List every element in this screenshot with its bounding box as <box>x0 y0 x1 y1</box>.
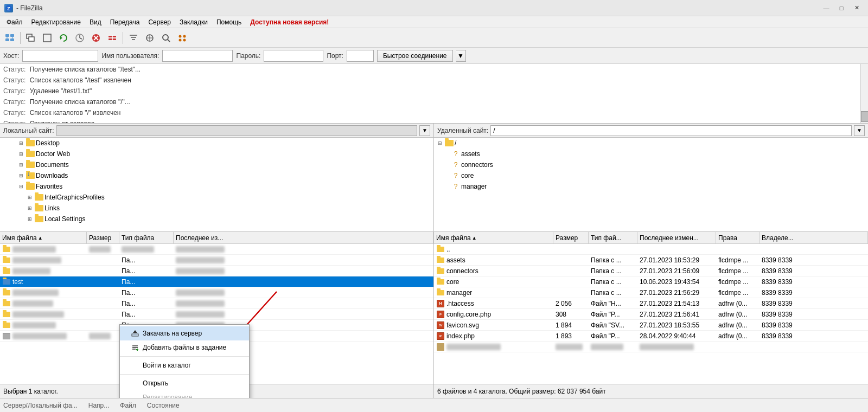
search-btn[interactable] <box>158 30 174 46</box>
user-input[interactable] <box>162 50 233 62</box>
connect-button[interactable]: Быстрое соединение <box>377 50 453 62</box>
remote-file-row-htaccess[interactable]: H .htaccess 2 056 Файл "H... 27.01.2023 … <box>434 298 868 309</box>
local-file-row-5[interactable]: Па... <box>0 287 433 298</box>
maximize-button[interactable]: □ <box>834 3 848 14</box>
remote-file-row-assets[interactable]: assets Папка с ... 27.01.2023 18:53:29 f… <box>434 255 868 266</box>
disconnect-btn[interactable] <box>105 30 120 46</box>
ctx-addqueue[interactable]: Добавить файлы в задание <box>120 340 249 355</box>
tree-item-core[interactable]: ? core <box>434 170 868 181</box>
tree-item-favorites[interactable]: ⊟ Favorites <box>0 181 433 192</box>
tree-item-documents[interactable]: ⊞ Documents <box>0 159 433 170</box>
close-button[interactable]: ✕ <box>850 3 864 14</box>
cancel-btn[interactable] <box>88 30 104 46</box>
remote-file-row-blurred[interactable] <box>434 342 868 352</box>
view-btn[interactable] <box>175 30 190 46</box>
remote-file-parent: .. <box>446 246 450 253</box>
local-path-input[interactable] <box>56 125 418 136</box>
sync-btn[interactable] <box>142 30 157 46</box>
local-file-row-6[interactable]: Па... <box>0 298 433 309</box>
menu-server[interactable]: Сервер <box>144 16 175 28</box>
expand-root[interactable]: ⊟ <box>436 139 444 147</box>
remote-file-htaccess: .htaccess <box>446 300 474 307</box>
remote-col-name[interactable]: Имя файла ▲ <box>434 232 553 244</box>
ctx-opendir[interactable]: Войти в каталог <box>120 358 249 372</box>
site-manager-btn[interactable] <box>2 30 17 46</box>
menu-file[interactable]: Файл <box>2 16 27 28</box>
menu-transfer[interactable]: Передача <box>106 16 144 28</box>
tree-item-intgraphics[interactable]: ⊞ IntelGraphicsProfiles <box>0 192 433 203</box>
connect-dropdown[interactable]: ▼ <box>456 50 466 62</box>
tree-item-desktop[interactable]: ⊞ Desktop <box>0 138 433 149</box>
local-col-type[interactable]: Тип файла <box>119 232 174 244</box>
tree-item-root[interactable]: ⊟ / <box>434 138 868 149</box>
remote-file-row-manager[interactable]: manager Папка с ... 27.01.2023 21:56:29 … <box>434 287 868 298</box>
ctx-open[interactable]: Открыть <box>120 376 249 390</box>
local-col-size[interactable]: Размер <box>87 232 119 244</box>
local-tree-scroll[interactable]: ⊞ Desktop ⊞ Doctor Web ⊞ <box>0 138 433 231</box>
remote-col-size[interactable]: Размер <box>553 232 589 244</box>
file-name-blurred-3 <box>12 268 50 274</box>
remote-file-row-index[interactable]: P index.php 1 893 Файл "P... 28.04.2022 … <box>434 331 868 342</box>
local-path-dropdown[interactable]: ▼ <box>419 125 430 136</box>
title-text: - FileZilla <box>16 4 43 12</box>
menu-update[interactable]: Доступна новая версия! <box>246 16 333 28</box>
local-file-row-7[interactable]: Па... <box>0 309 433 320</box>
expand-favorites[interactable]: ⊟ <box>17 183 25 190</box>
process-queue-btn[interactable] <box>72 30 87 46</box>
remote-col-type[interactable]: Тип фай... <box>589 232 637 244</box>
port-input[interactable] <box>347 50 374 62</box>
remote-path-input[interactable] <box>490 125 852 136</box>
remote-col-perms[interactable]: Права <box>716 232 760 244</box>
remote-tree-scroll[interactable]: ⊟ / ? assets ? <box>434 138 868 231</box>
remote-col-date[interactable]: Последнее измен... <box>637 232 716 244</box>
nav-btn-1[interactable] <box>23 30 39 46</box>
title-bar-left: Z - FileZilla <box>4 4 43 12</box>
host-input[interactable] <box>22 50 98 62</box>
folder-manager-icon: ? <box>451 182 460 191</box>
expand-downloads[interactable]: ⊞ <box>17 172 25 179</box>
svg-point-27 <box>163 35 168 40</box>
expand-desktop[interactable]: ⊞ <box>17 139 25 147</box>
ctx-upload[interactable]: Закачать на сервер <box>120 326 249 340</box>
remote-col-owner[interactable]: Владеле... <box>760 232 868 244</box>
remote-path-dropdown[interactable]: ▼ <box>854 125 865 136</box>
expand-doctorweb[interactable]: ⊞ <box>17 150 25 158</box>
svg-rect-4 <box>5 38 9 41</box>
local-col-date[interactable]: Последнее из... <box>174 232 433 244</box>
local-file-row-2[interactable]: Па... <box>0 255 433 266</box>
remote-file-row-config[interactable]: P config.core.php 308 Файл "P... 27.01.2… <box>434 309 868 320</box>
pass-input[interactable] <box>264 50 323 62</box>
remote-files-scroll[interactable]: .. assets П <box>434 244 868 384</box>
expand-localsettings[interactable]: ⊞ <box>26 215 34 223</box>
file-date-blurred-6 <box>176 300 225 307</box>
tree-item-doctorweb[interactable]: ⊞ Doctor Web <box>0 149 433 159</box>
remote-file-row-core[interactable]: core Папка с ... 10.06.2023 19:43:54 flc… <box>434 276 868 287</box>
local-file-row-3[interactable]: Па... <box>0 266 433 276</box>
tree-item-assets[interactable]: ? assets <box>434 149 868 159</box>
remote-file-row-connectors[interactable]: connectors Папка с ... 27.01.2023 21:56:… <box>434 266 868 276</box>
expand-intgraphics[interactable]: ⊞ <box>26 194 34 201</box>
menu-help[interactable]: Помощь <box>212 16 246 28</box>
tree-item-connectors[interactable]: ? connectors <box>434 159 868 170</box>
local-file-row-1[interactable] <box>0 244 433 255</box>
expand-documents[interactable]: ⊞ <box>17 161 25 169</box>
remote-file-row-parent[interactable]: .. <box>434 244 868 255</box>
menu-bookmarks[interactable]: Закладки <box>175 16 212 28</box>
tree-item-downloads[interactable]: ⊞ ↓ Downloads <box>0 170 433 181</box>
tree-item-localsettings[interactable]: ⊞ Local Settings <box>0 214 433 224</box>
status-scrollbar[interactable] <box>860 64 868 123</box>
tree-item-links[interactable]: ⊞ Links <box>0 203 433 214</box>
local-file-row-test[interactable]: test Па... <box>0 276 433 287</box>
status-scrollbar-thumb <box>861 111 868 122</box>
file-name-blurred-8 <box>12 322 56 329</box>
local-col-name[interactable]: Имя файла ▲ <box>0 232 87 244</box>
remote-file-row-favicon[interactable]: SV favicon.svg 1 894 Файл "SV... 27.01.2… <box>434 320 868 331</box>
minimize-button[interactable]: — <box>819 3 833 14</box>
tree-item-manager[interactable]: ? manager <box>434 181 868 192</box>
nav-btn-2[interactable] <box>40 30 55 46</box>
menu-view[interactable]: Вид <box>85 16 106 28</box>
menu-edit[interactable]: Редактирование <box>27 16 85 28</box>
refresh-local-btn[interactable] <box>56 30 71 46</box>
expand-links[interactable]: ⊞ <box>26 204 34 212</box>
filter-btn[interactable] <box>126 30 141 46</box>
